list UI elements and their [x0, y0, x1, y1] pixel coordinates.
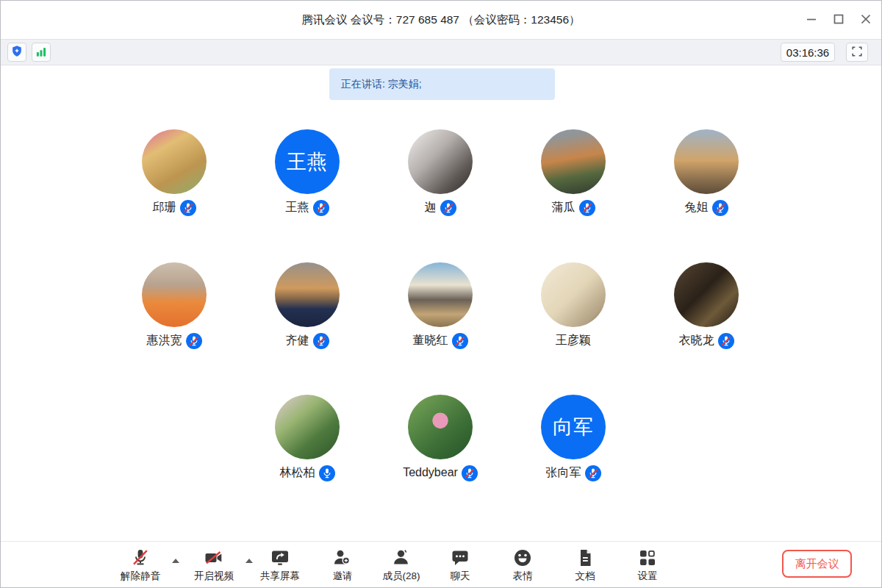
toolbar-settings-label: 设置 [638, 570, 658, 583]
minimize-button[interactable] [800, 9, 822, 31]
participant-tile[interactable]: 林松柏 [241, 395, 373, 481]
maximize-button[interactable] [828, 9, 850, 31]
participant-name-row: 蒲瓜 [552, 198, 595, 216]
photo-avatar [541, 129, 606, 194]
toolbar-settings-button[interactable]: 设置 [614, 547, 681, 583]
security-shield-button[interactable] [7, 43, 26, 62]
mic-muted-badge [180, 200, 196, 216]
mic-muted-badge [712, 200, 728, 216]
participant-name: 惠洪宽 [147, 333, 182, 348]
close-icon [861, 14, 871, 26]
toolbar-chat-label: 聊天 [451, 570, 470, 583]
participant-tile[interactable]: 邱珊 [108, 129, 240, 216]
participant-name: 董晓红 [413, 333, 448, 348]
participant-tile[interactable]: 向军张向军 [507, 395, 639, 481]
participant-name-row: 邱珊 [153, 198, 196, 216]
participant-tile[interactable]: 蒲瓜 [507, 129, 639, 216]
initials-avatar: 向军 [541, 395, 606, 459]
toolbar-members-label: 成员(28) [382, 570, 420, 583]
participant-tile[interactable]: 王燕王燕 [241, 129, 373, 216]
toolbar-members-button[interactable]: 成员(28) [368, 547, 434, 583]
participant-tile[interactable]: 衣晓龙 [640, 262, 772, 349]
participant-tile[interactable]: 惠洪宽 [108, 262, 240, 349]
photo-avatar [142, 129, 207, 194]
settings-grid-icon [637, 547, 658, 568]
toolbar-share-screen-button[interactable]: 共享屏幕 [247, 547, 313, 583]
toolbar-unmute-label: 解除静音 [121, 570, 160, 583]
participant-name: 衣晓龙 [679, 333, 714, 348]
network-signal-button[interactable] [32, 43, 51, 62]
participant-name: 张向军 [546, 465, 581, 481]
document-icon [575, 547, 595, 568]
mic-muted-badge [452, 333, 468, 349]
toolbar-chat-button[interactable]: 聊天 [427, 547, 493, 583]
share-screen-icon [270, 547, 290, 568]
participant-name: 邱珊 [153, 200, 176, 215]
participant-name-row: 林松柏 [280, 464, 335, 481]
photo-avatar [674, 129, 739, 194]
participant-name: 林松柏 [280, 465, 315, 481]
window-title: 腾讯会议 会议号：727 685 487 （会议密码：123456） [1, 1, 881, 39]
mic-muted-badge [579, 200, 595, 216]
toolbar-start-video-button[interactable]: 开启视频 [181, 547, 247, 583]
participant-tile[interactable]: 迦 [374, 129, 506, 216]
participant-name: 王燕 [286, 200, 309, 215]
mic-muted-badge [440, 200, 456, 216]
photo-avatar [275, 395, 340, 459]
mic-off-icon [130, 547, 151, 568]
participant-name-row: 迦 [425, 198, 456, 216]
shield-plus-icon [10, 45, 24, 60]
photo-avatar [142, 262, 207, 327]
toolbar-docs-button[interactable]: 文档 [552, 547, 618, 583]
meeting-window: 腾讯会议 会议号：727 685 487 （会议密码：123456） [0, 0, 882, 588]
toolbar-invite-button[interactable]: 邀请 [309, 547, 376, 583]
meeting-timer: 03:16:36 [781, 43, 835, 62]
participant-tile[interactable]: 齐健 [241, 262, 373, 349]
participant-name: 王彦颖 [556, 333, 591, 348]
unmute-options-arrow[interactable] [171, 556, 181, 564]
member-person-icon [391, 547, 412, 568]
mic-muted-badge [186, 333, 202, 349]
bottom-toolbar: 解除静音 开启视频 [1, 541, 881, 588]
camera-off-icon [204, 547, 224, 568]
smiley-icon [512, 547, 533, 568]
photo-avatar [408, 262, 473, 327]
participant-tile[interactable]: 兔姐 [640, 129, 772, 216]
photo-avatar [408, 395, 473, 459]
participant-tile[interactable]: 董晓红 [374, 262, 506, 349]
chevron-up-icon [171, 553, 180, 567]
fullscreen-icon [851, 46, 863, 60]
maximize-icon [833, 14, 844, 26]
toolbar-docs-label: 文档 [576, 570, 595, 583]
window-controls [800, 1, 877, 39]
mic-muted-badge [462, 465, 478, 481]
participant-tile[interactable]: 王彦颖 [507, 262, 639, 349]
toolbar-unmute-button[interactable]: 解除静音 [107, 547, 173, 583]
photo-avatar [674, 262, 739, 327]
fullscreen-button[interactable] [846, 43, 868, 62]
status-strip: 03:16:36 [1, 39, 881, 65]
invite-person-icon [332, 547, 353, 568]
toolbar-emoji-label: 表情 [513, 570, 533, 583]
mic-muted-badge [313, 200, 329, 216]
participant-name-row: 衣晓龙 [679, 331, 734, 349]
mic-on-badge [319, 465, 335, 481]
initials-avatar: 王燕 [275, 129, 340, 194]
participant-tile[interactable]: Teddybear [374, 395, 506, 481]
close-button[interactable] [855, 9, 877, 31]
participant-name: 兔姐 [685, 200, 709, 215]
speaking-banner: 正在讲话: 宗美娟; [329, 68, 555, 100]
titlebar: 腾讯会议 会议号：727 685 487 （会议密码：123456） [1, 1, 881, 39]
participant-name: 迦 [425, 200, 437, 215]
participant-name: Teddybear [403, 466, 458, 479]
toolbar-emoji-button[interactable]: 表情 [490, 547, 556, 583]
participant-name-row: 兔姐 [685, 198, 728, 216]
leave-meeting-button[interactable]: 离开会议 [782, 550, 852, 578]
signal-bars-icon [35, 45, 48, 60]
minimize-icon [806, 14, 817, 26]
participant-name-row: 王彦颖 [556, 331, 591, 349]
participant-name-row: 张向军 [546, 464, 601, 481]
participant-name: 齐健 [286, 333, 309, 348]
participant-name: 蒲瓜 [552, 200, 576, 215]
toolbar-start-video-label: 开启视频 [194, 570, 234, 583]
